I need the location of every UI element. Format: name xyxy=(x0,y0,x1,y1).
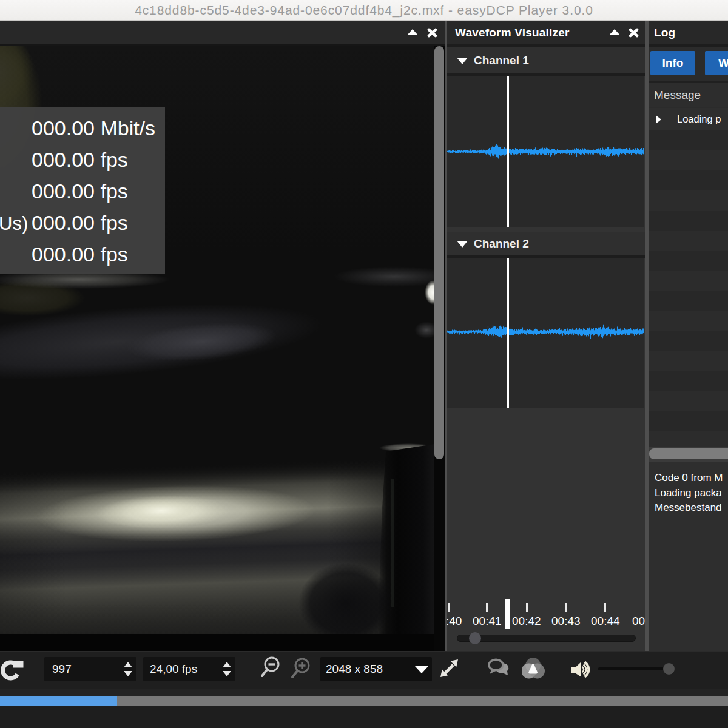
svg-text:00:42: 00:42 xyxy=(512,615,541,627)
svg-text:00:44: 00:44 xyxy=(591,615,620,627)
svg-text:00:43: 00:43 xyxy=(551,615,581,627)
svg-text:00:41: 00:41 xyxy=(473,615,502,627)
svg-text::40: :40 xyxy=(447,615,462,627)
svg-text:00:: 00: xyxy=(632,615,645,627)
